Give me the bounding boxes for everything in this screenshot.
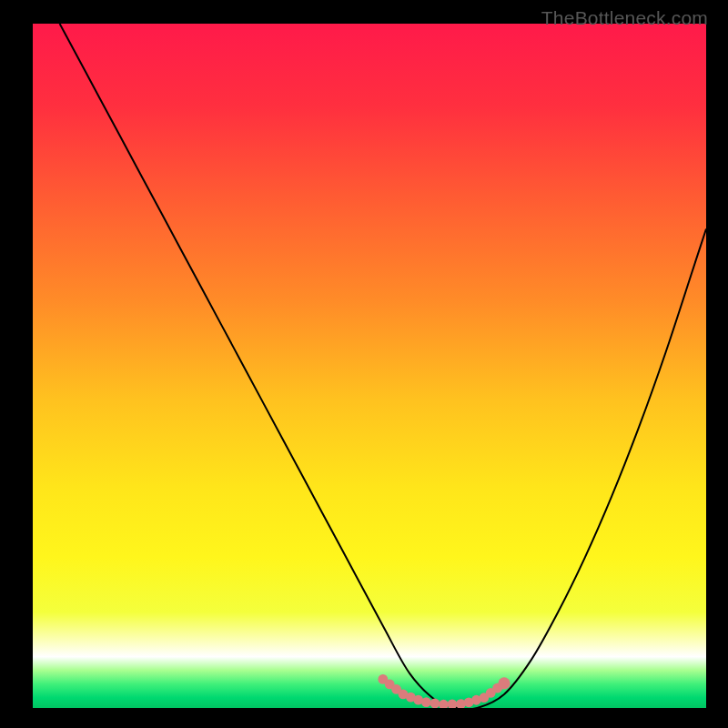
optimal-zone-dot <box>421 697 431 707</box>
plot-area <box>33 24 706 708</box>
optimal-zone-dot <box>430 699 440 708</box>
chart-svg <box>33 24 706 708</box>
gradient-background <box>33 24 706 708</box>
optimal-zone-end-dot <box>498 677 510 689</box>
chart-frame: TheBottleneck.com <box>0 0 728 728</box>
source-label: TheBottleneck.com <box>541 7 708 29</box>
